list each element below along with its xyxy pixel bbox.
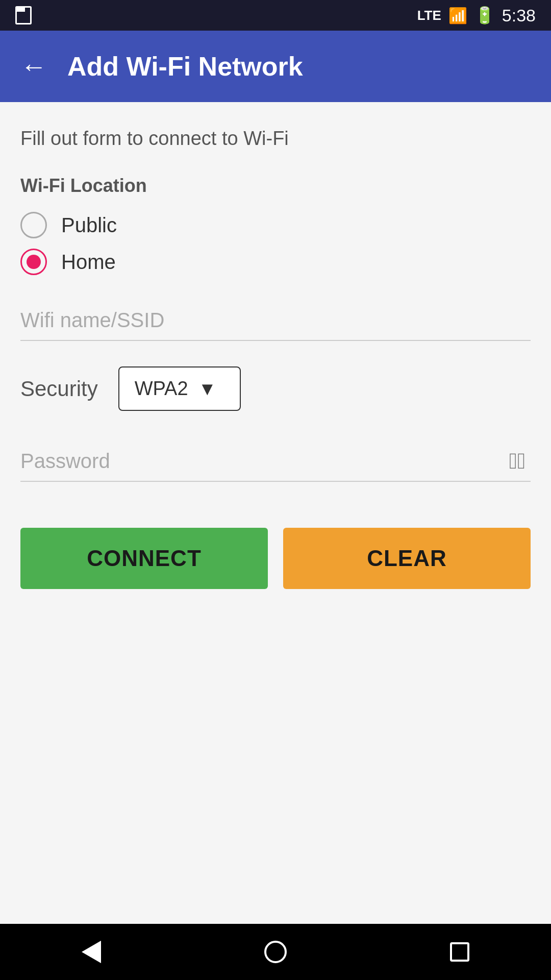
security-dropdown-value: WPA2 [135, 378, 188, 400]
radio-home-circle [20, 249, 47, 275]
back-button[interactable]: ← [20, 53, 47, 80]
signal-icon: 📶 [448, 7, 467, 24]
sd-card-icon [15, 6, 32, 24]
visibility-off-icon[interactable]: 👁̸ [509, 448, 525, 474]
nav-back-triangle-icon [82, 941, 101, 963]
security-dropdown[interactable]: WPA2 ▼ [118, 366, 241, 411]
form-subtitle: Fill out form to connect to Wi-Fi [20, 128, 531, 150]
wifi-location-label: Wi-Fi Location [20, 175, 531, 197]
status-bar: LTE 📶 🔋 5:38 [0, 0, 551, 31]
nav-back-button[interactable] [82, 941, 101, 963]
navigation-bar [0, 924, 551, 980]
lte-icon: LTE [417, 8, 441, 23]
wifi-location-radio-group: Public Home [20, 212, 531, 275]
action-buttons: CONNECT CLEAR [20, 528, 531, 589]
app-bar: ← Add Wi-Fi Network [0, 31, 551, 102]
password-input[interactable] [20, 442, 531, 482]
chevron-down-icon: ▼ [198, 378, 217, 400]
nav-home-circle-icon [264, 941, 287, 963]
radio-home[interactable]: Home [20, 249, 531, 275]
clear-button[interactable]: CLEAR [283, 528, 531, 589]
main-content: Fill out form to connect to Wi-Fi Wi-Fi … [0, 102, 551, 924]
ssid-input-group [20, 301, 531, 341]
nav-recents-button[interactable] [450, 942, 469, 962]
security-label: Security [20, 377, 98, 401]
radio-public[interactable]: Public [20, 212, 531, 238]
connect-button[interactable]: CONNECT [20, 528, 268, 589]
security-row: Security WPA2 ▼ [20, 366, 531, 411]
status-time: 5:38 [502, 6, 536, 26]
page-title: Add Wi-Fi Network [67, 51, 303, 82]
radio-public-circle [20, 212, 47, 238]
ssid-input[interactable] [20, 301, 531, 341]
nav-home-button[interactable] [264, 941, 287, 963]
nav-recents-square-icon [450, 942, 469, 962]
battery-icon: 🔋 [474, 6, 495, 25]
radio-home-label: Home [61, 251, 116, 274]
password-input-group: 👁̸ [20, 442, 531, 482]
radio-public-label: Public [61, 214, 117, 237]
